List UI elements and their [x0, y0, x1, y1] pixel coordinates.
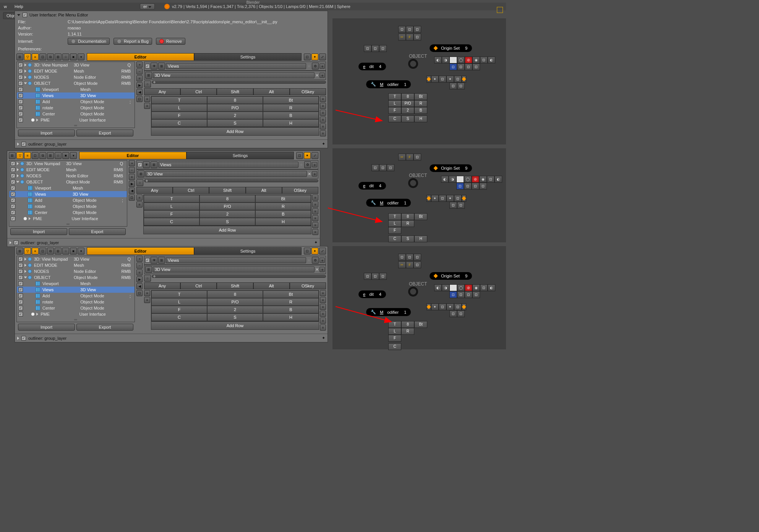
key-cell[interactable]: R [401, 220, 414, 227]
row-checkbox[interactable]: ✓ [18, 269, 23, 274]
grid-cell[interactable]: H [263, 119, 319, 127]
row-checkbox[interactable]: ✓ [18, 257, 23, 261]
view3d-field[interactable]: 3D View [153, 266, 315, 272]
grid-cell[interactable]: S [199, 218, 255, 225]
row-checkbox[interactable]: ✓ [18, 287, 23, 292]
side-icon[interactable]: ▶ [136, 82, 143, 88]
side-icon-r[interactable]: ≡ [312, 201, 318, 208]
grid-cell[interactable]: C [151, 119, 207, 127]
toolbar-end-icon-0[interactable]: ⊡ [304, 54, 311, 60]
key-cell[interactable]: S [401, 115, 414, 122]
key-cell[interactable]: 8 [401, 213, 414, 220]
slider-icon[interactable]: ○ [136, 179, 143, 186]
key-header-Shift[interactable]: Shift [217, 282, 253, 289]
iconbar-left[interactable]: ⊡ [371, 164, 379, 171]
key-header-Alt[interactable]: Alt [253, 282, 290, 289]
row-checkbox[interactable]: ✓ [18, 99, 23, 104]
row-checkbox[interactable]: ✓ [18, 294, 23, 298]
star-icon[interactable]: ★ [299, 162, 303, 167]
tree-row-0[interactable]: ✓ 3D: View Numpad 3D View Q [17, 62, 135, 68]
iconbar-overlay[interactable]: ⊡ [464, 183, 472, 190]
key-header-OSkey[interactable]: OSkey [290, 88, 326, 95]
side-icon[interactable]: ＋ [129, 160, 135, 166]
row-checkbox[interactable]: ✓ [18, 275, 23, 280]
toolbar-end-icon-2[interactable]: ⤢ [311, 152, 318, 159]
tab-settings[interactable]: Settings [187, 152, 294, 159]
row-checkbox[interactable]: ✓ [18, 312, 23, 316]
grid-cell[interactable]: R [255, 203, 311, 210]
export-button[interactable]: Export [76, 324, 133, 331]
iconbar-overlay[interactable]: ⊡ [472, 183, 479, 190]
modifier-pill[interactable]: 🔧Modifier1 [366, 308, 411, 316]
diamond-ic[interactable] [462, 195, 466, 202]
collapse-icon[interactable] [17, 14, 20, 16]
row-checkbox[interactable]: ✓ [11, 167, 15, 172]
key-cell[interactable]: Bt [414, 213, 427, 220]
iconbar-top[interactable]: ⊡ [406, 254, 414, 261]
iconbar-ic[interactable]: ✂ [398, 261, 406, 268]
iconbar-left[interactable]: ⊡ [379, 45, 387, 52]
side-icon[interactable]: ▶ [129, 181, 135, 187]
tree-row-1[interactable]: ✓ EDIT MODE Mesh RMB [17, 68, 135, 74]
close-icon[interactable]: ✕ [315, 267, 319, 272]
grid-cell[interactable]: 8 [207, 96, 263, 104]
key-cell[interactable]: L [388, 100, 401, 107]
close-icon[interactable]: ✕ [308, 172, 311, 177]
views-check[interactable]: ✓ [145, 64, 150, 68]
iconbar-bot[interactable]: ✦ [446, 195, 454, 202]
add-row-button[interactable]: Add Row [151, 127, 319, 136]
views-name-field[interactable]: Views [166, 63, 306, 69]
side-icon[interactable]: ◀ [136, 283, 143, 289]
iconbar-overlay[interactable]: ⊡ [472, 63, 480, 70]
fullscreen-icon[interactable] [497, 7, 503, 13]
slider-icon[interactable]: ○ [144, 81, 151, 88]
grid-cell[interactable]: C [151, 313, 207, 321]
side-icon-r[interactable]: ≡ [312, 222, 318, 228]
iconbar-bot[interactable]: ⊡ [454, 76, 462, 83]
side-icon-r[interactable]: ≡ [320, 297, 326, 303]
key-cell[interactable]: Bt [414, 321, 427, 328]
iconbar-top[interactable]: ⊡ [414, 26, 421, 33]
side-icon-r[interactable]: ≡ [320, 311, 326, 317]
views-check[interactable]: ✓ [138, 162, 142, 167]
iconbar-ic[interactable]: ⊡ [414, 34, 421, 41]
side-icon-r[interactable]: ≡ [320, 130, 326, 136]
toolbar-icon-0[interactable]: ⊞ [9, 152, 16, 159]
outliner-check[interactable]: ✓ [14, 240, 18, 245]
iconbar-overlay[interactable]: ⊡ [449, 63, 457, 70]
plus-icon-2[interactable]: ＋ [312, 171, 317, 177]
row-checkbox[interactable]: ✓ [18, 263, 23, 268]
plus-icon-2[interactable]: ＋ [319, 267, 325, 272]
row-checkbox[interactable]: ✓ [11, 198, 15, 203]
expand-icon[interactable] [17, 143, 19, 146]
side-icon[interactable]: ≡ [136, 75, 143, 81]
key-cell[interactable]: Bt [414, 93, 427, 100]
key-cell[interactable]: C [388, 235, 401, 242]
tree-row-5[interactable]: ✓ Views 3D View [17, 287, 135, 293]
iconbar-bot[interactable]: ✦ [446, 303, 454, 310]
iconbar-ic[interactable]: ⊡ [414, 154, 421, 161]
iconbar-overlay[interactable]: ⊡ [457, 63, 465, 70]
side-icon[interactable]: − [136, 263, 143, 269]
iconbar-overlay[interactable]: ⊡ [457, 291, 465, 298]
iconbar-shading[interactable]: ⊘ [472, 176, 479, 183]
slider-icon[interactable]: ○ [144, 275, 151, 282]
grid-cell[interactable]: 8 [199, 195, 255, 203]
side-icon[interactable]: − [136, 68, 143, 75]
toolbar-end-icon-2[interactable]: ⤢ [319, 248, 326, 255]
iconbar-shading[interactable]: ⊡ [480, 57, 488, 63]
iconbar-ic[interactable]: F [406, 154, 414, 161]
iconbar-bot[interactable]: ✦ [431, 76, 439, 83]
iconbar-left[interactable]: ⊡ [387, 164, 394, 171]
edit-pill[interactable]: edit4 [358, 182, 386, 190]
expand-icon[interactable] [17, 337, 19, 340]
iconbar-shading[interactable]: ◐ [495, 176, 502, 183]
tree-row-2[interactable]: ✓ NODES Node Editor RMB [17, 268, 135, 274]
tree-row-9[interactable]: ✓ PME User Interface [9, 216, 127, 222]
grid-cell[interactable]: H [263, 313, 319, 321]
iconbar-overlay[interactable]: ⊡ [465, 291, 472, 298]
documentation-button[interactable]: Documentation [68, 38, 110, 45]
iconbar-ic[interactable]: ✂ [398, 34, 406, 41]
iconbar-bot[interactable]: ✦ [446, 76, 454, 83]
toolbar-icon-3[interactable]: ⊡ [32, 152, 39, 159]
